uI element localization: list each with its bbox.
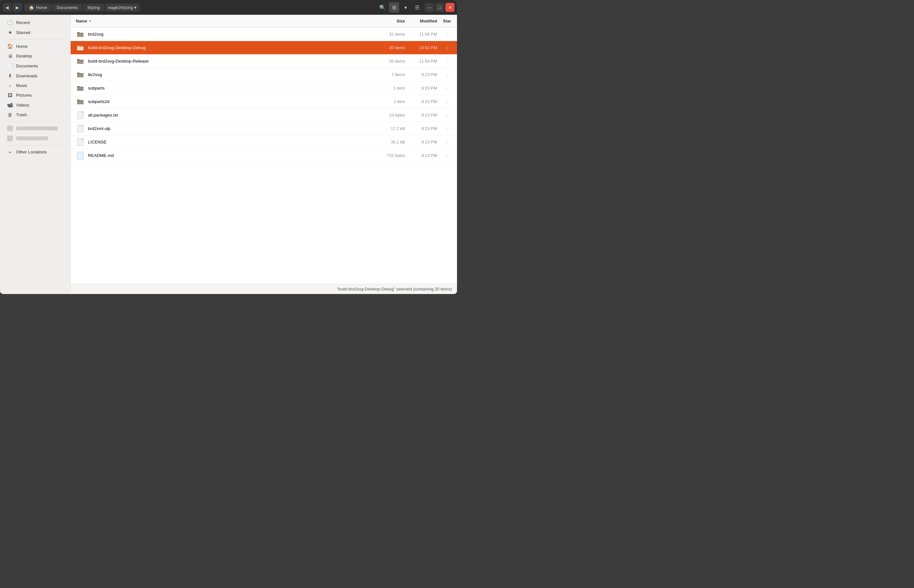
blurred-icon-1 — [7, 126, 13, 131]
breadcrumb-documents[interactable]: Documents — [52, 3, 83, 11]
column-size[interactable]: Size — [378, 19, 410, 23]
breadcrumb-eagle2fritzing[interactable]: eagle2fritzing ▾ — [105, 3, 140, 11]
file-size: 31 items — [378, 32, 410, 37]
view-list-button[interactable]: ☰ — [412, 2, 422, 13]
sidebar-item-music[interactable]: ♪ Music — [2, 81, 68, 90]
star-button[interactable]: ☆ — [442, 113, 452, 118]
search-icon: 🔍 — [379, 5, 386, 11]
star-button[interactable]: ☆ — [442, 126, 452, 131]
breadcrumb-home[interactable]: 🏠 Home — [24, 3, 52, 11]
file-name: all.packages.txt — [88, 113, 378, 118]
documents-icon: 📄 — [7, 63, 13, 69]
blurred-label-2 — [16, 136, 48, 140]
sidebar-item-pictures-label: Pictures — [16, 93, 32, 98]
sidebar-item-recent[interactable]: 🕐 Recent — [2, 18, 68, 27]
column-name[interactable]: Name ▼ — [76, 19, 378, 23]
sidebar-item-starred-label: Starred — [16, 30, 30, 35]
blurred-label-1 — [16, 126, 58, 130]
folder-icon — [76, 70, 85, 79]
other-locations-icon: + — [7, 149, 13, 155]
sidebar-item-home[interactable]: 🏠 Home — [2, 41, 68, 51]
table-row[interactable]: brd2svg 31 items 11:56 PM ☆ — [71, 27, 457, 41]
downloads-icon: ⬇ — [7, 73, 13, 79]
star-button[interactable]: ☆ — [442, 45, 452, 50]
sidebar-item-starred[interactable]: ★ Starred — [2, 27, 68, 37]
sidebar-item-desktop[interactable]: 🖥 Desktop — [2, 51, 68, 61]
breadcrumb-eagle2fritzing-label: eagle2fritzing — [108, 5, 133, 10]
close-button[interactable]: ✕ — [445, 3, 455, 12]
folder-icon — [76, 57, 85, 66]
grid-icon: ⊞ — [392, 5, 396, 11]
sidebar-item-documents[interactable]: 📄 Documents — [2, 61, 68, 71]
star-button[interactable]: ☆ — [442, 59, 452, 64]
folder-icon — [76, 84, 85, 93]
view-dropdown-icon: ▾ — [404, 5, 407, 11]
breadcrumb-home-label: Home — [36, 5, 47, 10]
star-button[interactable]: ☆ — [442, 86, 452, 91]
text-file-icon — [76, 111, 85, 120]
table-row[interactable]: brd2xml.ulp 17.2 kB 9:23 PM ☆ — [71, 122, 457, 136]
file-name: lbr2svg — [88, 72, 378, 77]
file-name: LICENSE — [88, 140, 378, 144]
view-dropdown-button[interactable]: ▾ — [401, 2, 411, 13]
sidebar-separator-3 — [3, 145, 67, 145]
column-star[interactable]: Star — [442, 19, 452, 23]
home-icon: 🏠 — [29, 5, 34, 10]
list-icon: ☰ — [415, 5, 419, 11]
titlebar: ◀ ▶ 🏠 Home Documents fritzing eagle2frit… — [0, 0, 457, 15]
star-button[interactable]: ☆ — [442, 153, 452, 158]
file-modified: 11:56 PM — [410, 32, 442, 37]
status-text: "build-brd2svg-Desktop-Debug" selected (… — [337, 287, 452, 291]
sidebar: 🕐 Recent ★ Starred 🏠 Home 🖥 Desktop 📄 Do… — [0, 15, 71, 294]
file-modified: 9:23 PM — [410, 99, 442, 104]
table-row[interactable]: README.md 732 bytes 9:23 PM ☆ — [71, 149, 457, 162]
sidebar-item-other-locations[interactable]: + Other Locations — [2, 147, 68, 157]
table-row[interactable]: all.packages.txt 23 bytes 9:23 PM ☆ — [71, 108, 457, 122]
sidebar-item-trash[interactable]: 🗑 Trash — [2, 110, 68, 120]
file-size: 1 item — [378, 86, 410, 90]
sidebar-item-recent-label: Recent — [16, 20, 30, 25]
file-size: 20 items — [378, 59, 410, 63]
table-row[interactable]: build-brd2svg-Desktop-Release 20 items 1… — [71, 55, 457, 68]
text-file-icon — [76, 124, 85, 133]
window-controls: ◀ ▶ — [3, 3, 22, 12]
folder-icon — [76, 43, 85, 52]
file-list-area: Name ▼ Size Modified Star br — [71, 15, 457, 294]
back-button[interactable]: ◀ — [3, 3, 11, 12]
text-file-icon — [76, 138, 85, 147]
breadcrumb-fritzing[interactable]: fritzing — [83, 3, 104, 11]
sidebar-item-blurred-1[interactable] — [2, 124, 68, 133]
forward-button[interactable]: ▶ — [13, 3, 22, 12]
file-size: 1 item — [378, 99, 410, 104]
table-row[interactable]: build-brd2svg-Desktop-Debug 20 items 10:… — [71, 41, 457, 55]
column-modified[interactable]: Modified — [410, 19, 442, 23]
table-row[interactable]: subparts2d 1 item 9:23 PM ☆ — [71, 95, 457, 108]
table-row[interactable]: LICENSE 35.1 kB 9:23 PM ☆ — [71, 136, 457, 149]
star-button[interactable]: ☆ — [442, 72, 452, 78]
file-name: build-brd2svg-Desktop-Debug — [88, 45, 378, 50]
search-button[interactable]: 🔍 — [377, 2, 388, 13]
maximize-button[interactable]: ☐ — [435, 3, 444, 12]
folder-icon — [76, 97, 85, 106]
file-modified: 10:02 PM — [410, 45, 442, 50]
file-modified: 9:23 PM — [410, 126, 442, 131]
table-row[interactable]: lbr2svg 7 items 9:23 PM ☆ — [71, 68, 457, 82]
file-modified: 9:23 PM — [410, 153, 442, 158]
sidebar-item-other-locations-label: Other Locations — [16, 150, 47, 154]
trash-icon: 🗑 — [7, 112, 13, 118]
view-grid-button[interactable]: ⊞ — [389, 2, 399, 13]
sidebar-item-trash-label: Trash — [16, 112, 27, 117]
minimize-button[interactable]: — — [425, 3, 434, 12]
sidebar-item-home-label: Home — [16, 44, 28, 49]
sidebar-item-videos[interactable]: 📹 Videos — [2, 100, 68, 110]
sidebar-item-blurred-2[interactable] — [2, 134, 68, 143]
sidebar-item-pictures[interactable]: 🖼 Pictures — [2, 90, 68, 100]
sidebar-item-videos-label: Videos — [16, 103, 29, 108]
star-button[interactable]: ☆ — [442, 32, 452, 37]
table-row[interactable]: subparts 1 item 9:23 PM ☆ — [71, 82, 457, 95]
star-button[interactable]: ☆ — [442, 140, 452, 145]
star-button[interactable]: ☆ — [442, 99, 452, 104]
sidebar-item-downloads[interactable]: ⬇ Downloads — [2, 71, 68, 81]
file-name: subparts2d — [88, 99, 378, 104]
file-list-header: Name ▼ Size Modified Star — [71, 15, 457, 27]
